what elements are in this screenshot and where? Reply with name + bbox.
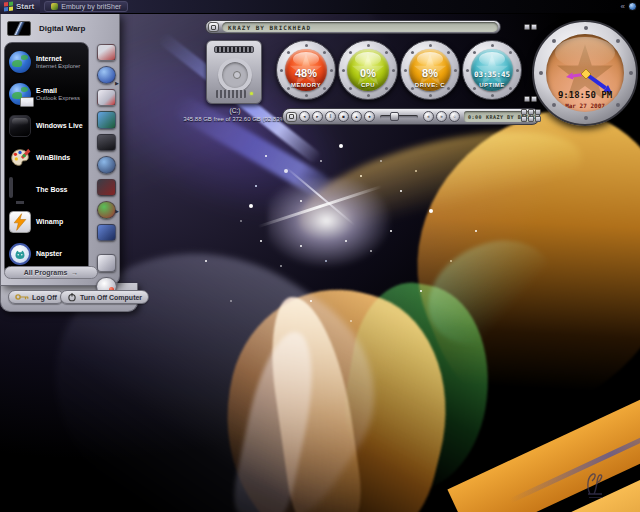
clock-mini-buttons xyxy=(524,96,537,102)
submenu-arrow-icon: ▶ xyxy=(115,208,119,214)
power-icon xyxy=(67,292,77,302)
menu-item-windows-live[interactable]: Windows Live xyxy=(5,110,88,142)
mini-button[interactable] xyxy=(528,109,534,115)
forward-icon: » xyxy=(440,114,443,119)
menu-item-label: Internet xyxy=(36,55,80,63)
turn-off-label: Turn Off Computer xyxy=(80,294,142,301)
forward-button[interactable]: » xyxy=(436,111,447,122)
memory-gauge-value: 48% xyxy=(285,67,327,79)
clock-gadget[interactable]: 9:18:50 PM Mar 27 2007 xyxy=(532,20,638,126)
wallpaper-green-wedge xyxy=(331,274,504,500)
turn-off-computer-button[interactable]: Turn Off Computer xyxy=(60,290,149,304)
menu-item-label: WinBlinds xyxy=(36,154,70,162)
stop-button[interactable]: ■ xyxy=(338,111,349,122)
record-button[interactable]: ● xyxy=(364,111,375,122)
gadget-grip-button[interactable] xyxy=(208,22,219,32)
hdd-vents xyxy=(216,90,246,98)
cpu-gauge[interactable]: 0% CPU xyxy=(338,40,398,100)
repeat-button[interactable]: ○ xyxy=(449,111,460,122)
media-player-bar: ◂ ▸ ‖ ■ ▴ ● « » ○ 0:00 KRAZY BY BRICKHEA… xyxy=(282,108,540,125)
menu-item-the-boss[interactable]: The Boss xyxy=(5,174,88,206)
gadget-title-bar[interactable]: KRAZY BY BRICKHEAD xyxy=(205,20,501,34)
cpu-gauge-value: 0% xyxy=(347,67,389,79)
mini-button[interactable] xyxy=(535,109,541,115)
eject-button[interactable]: ▴ xyxy=(351,111,362,122)
tray-collapse-chevron-icon[interactable]: « xyxy=(621,2,625,11)
taskbar-item-label: Embury by britSher xyxy=(61,3,121,10)
menu-item-internet[interactable]: Internet Internet Explorer xyxy=(5,46,88,78)
pen-tool-icon[interactable] xyxy=(97,89,116,106)
menu-item-winblinds[interactable]: WinBlinds xyxy=(5,142,88,174)
previous-button[interactable]: ◂ xyxy=(299,111,310,122)
wallpaper-light-streak xyxy=(258,185,383,228)
menu-item-sublabel: Internet Explorer xyxy=(36,63,80,70)
wallpaper-app-icon xyxy=(51,3,58,10)
start-menu: Digital Warp Internet Internet Explorer … xyxy=(0,14,120,286)
eject-icon: ▴ xyxy=(355,114,357,119)
player-mini-buttons xyxy=(521,109,541,122)
cpu-gauge-label: CPU xyxy=(347,82,389,88)
hard-drive-icon xyxy=(206,40,262,104)
mini-button[interactable] xyxy=(521,116,527,122)
media-player-icon[interactable] xyxy=(97,254,116,271)
clock-time: 9:18:50 PM xyxy=(546,90,624,100)
mail-globe-icon xyxy=(9,83,31,105)
drive-gauge-label: DRIVE: C xyxy=(409,82,451,88)
clock-mini-buttons xyxy=(524,24,537,30)
screen-app-icon[interactable] xyxy=(97,134,116,151)
mail-app-icon[interactable] xyxy=(97,111,116,128)
windows-flag-icon xyxy=(4,2,13,12)
memory-gauge[interactable]: 48% MEMORY xyxy=(276,40,336,100)
start-menu-header: Digital Warp xyxy=(1,14,119,42)
wallpaper-teal-accent xyxy=(410,220,569,365)
mini-button[interactable] xyxy=(521,109,527,115)
start-button[interactable]: Start xyxy=(0,0,40,14)
envelope-icon xyxy=(20,97,34,107)
user-picture xyxy=(7,21,31,36)
globe-clock-icon[interactable] xyxy=(97,66,116,83)
network-computer-icon[interactable] xyxy=(97,224,116,241)
mini-button[interactable] xyxy=(531,96,537,102)
drive-gadget[interactable]: (C:) 345.88 GB free of 372.60 GB (92.83%… xyxy=(206,40,264,114)
rewind-button[interactable]: « xyxy=(423,111,434,122)
seek-slider[interactable] xyxy=(380,115,418,119)
hdd-platter xyxy=(218,58,252,92)
log-off-label: Log Off xyxy=(32,294,57,301)
globe-pen-icon[interactable] xyxy=(97,201,116,218)
previous-icon: ◂ xyxy=(303,114,305,119)
menu-item-email[interactable]: E-mail Outlook Express xyxy=(5,78,88,110)
all-programs-button[interactable]: All Programs → xyxy=(4,266,98,279)
pause-icon: ‖ xyxy=(330,114,332,119)
mini-button[interactable] xyxy=(528,116,534,122)
play-button[interactable]: ▸ xyxy=(312,111,323,122)
log-off-button[interactable]: Log Off xyxy=(8,290,64,304)
desktop: Start Embury by britSher « Digital Warp … xyxy=(0,0,640,512)
pause-button[interactable]: ‖ xyxy=(325,111,336,122)
mini-button[interactable] xyxy=(524,24,530,30)
globe-icon xyxy=(9,51,31,73)
seek-slider-knob[interactable] xyxy=(390,112,399,121)
paint-app-icon[interactable] xyxy=(97,179,116,196)
start-menu-title: Digital Warp xyxy=(39,24,85,33)
drive-usage-gauge[interactable]: 8% DRIVE: C xyxy=(400,40,460,100)
lightning-icon xyxy=(9,211,31,233)
menu-item-winamp[interactable]: Winamp xyxy=(5,206,88,238)
rewind-icon: « xyxy=(427,114,430,119)
mini-button[interactable] xyxy=(524,96,530,102)
uptime-gauge[interactable]: 03:35:45 UPTIME xyxy=(462,40,522,100)
key-icon xyxy=(15,293,29,301)
wallpaper-corner-streak xyxy=(509,406,640,504)
globe-disc-icon[interactable] xyxy=(97,156,116,173)
wallpaper-peach-ribbon xyxy=(262,291,365,512)
hdd-led xyxy=(250,92,253,95)
gadget-title-display: KRAZY BY BRICKHEAD xyxy=(222,22,498,32)
gadget-title-text: KRAZY BY BRICKHEAD xyxy=(228,24,311,31)
player-grip-button[interactable] xyxy=(286,112,297,122)
wallpaper-white-ribbon xyxy=(229,326,325,512)
mini-button[interactable] xyxy=(531,24,537,30)
taskbar: Start Embury by britSher « xyxy=(0,0,640,14)
mini-button[interactable] xyxy=(535,116,541,122)
taskbar-item[interactable]: Embury by britSher xyxy=(44,1,128,12)
tray-status-icon[interactable] xyxy=(628,2,637,11)
document-app-icon[interactable] xyxy=(97,44,116,61)
